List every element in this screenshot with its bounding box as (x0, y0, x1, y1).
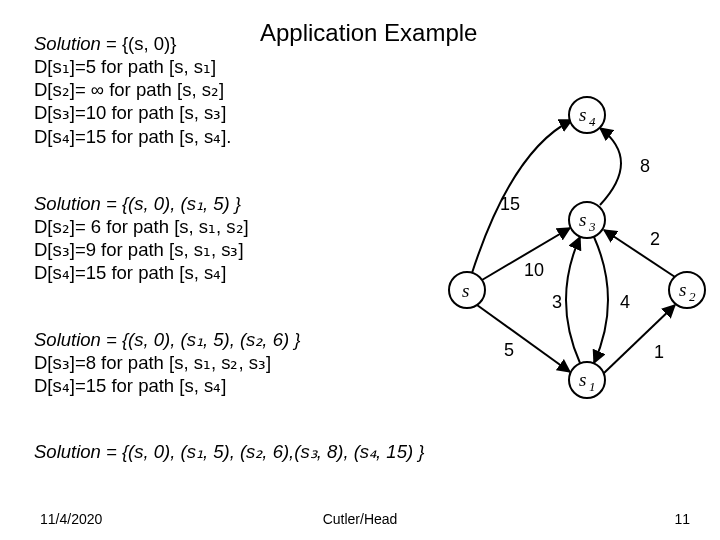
b1-l2: D[s₁]=5 for path [s, s₁] (34, 56, 216, 77)
footer-center: Cutler/Head (0, 511, 720, 529)
node-s3-sub: 3 (588, 219, 596, 234)
b1-l4: D[s₃]=10 for path [s, s₃] (34, 102, 226, 123)
node-s1-sub: 1 (589, 379, 596, 394)
b3-l3: D[s₄]=15 for path [s, s₄] (34, 375, 226, 396)
node-s4-label: s (579, 104, 586, 125)
edge-label-8: 8 (640, 156, 650, 176)
b4-l1: Solution = {(s, 0), (s₁, 5), (s₂, 6),(s₃… (34, 441, 424, 462)
edge-label-5: 5 (504, 340, 514, 360)
edge-s-s4 (472, 120, 572, 273)
b1-sol-word: Solution (34, 33, 101, 54)
node-s4 (569, 97, 605, 133)
edge-label-15: 15 (500, 194, 520, 214)
node-s3-label: s (579, 209, 586, 230)
block-4: Solution = {(s, 0), (s₁, 5), (s₂, 6),(s₃… (34, 440, 424, 463)
edge-label-2: 2 (650, 229, 660, 249)
slide-title: Application Example (260, 18, 477, 48)
edge-s3-s1-right (594, 237, 608, 363)
edge-s2-s3 (604, 230, 675, 277)
b3-l2: D[s₃]=8 for path [s, s₁, s₂, s₃] (34, 352, 271, 373)
b2-l3: D[s₃]=9 for path [s, s₁, s₃] (34, 239, 244, 260)
node-s2-sub: 2 (689, 289, 696, 304)
b1-sol-rest: = {(s, 0)} (101, 33, 177, 54)
block-1: Solution = {(s, 0)} D[s₁]=5 for path [s,… (34, 32, 232, 148)
b3-l1: Solution = {(s, 0), (s₁, 5), (s₂, 6) } (34, 329, 300, 350)
edge-label-3: 3 (552, 292, 562, 312)
b2-l4: D[s₄]=15 for path [s, s₄] (34, 262, 226, 283)
edge-s3-s4-right (600, 128, 621, 205)
node-s2-label: s (679, 279, 686, 300)
node-s4-sub: 4 (589, 114, 596, 129)
b1-l3: D[s₂]= ∞ for path [s, s₂] (34, 79, 224, 100)
edge-label-1: 1 (654, 342, 664, 362)
node-s-label: s (462, 280, 469, 301)
block-2: Solution = {(s, 0), (s₁, 5) } D[s₂]= 6 f… (34, 192, 249, 285)
b2-l1: Solution = {(s, 0), (s₁, 5) } (34, 193, 241, 214)
edge-s-s1 (477, 305, 570, 372)
graph: 15 8 2 10 3 4 5 1 s s 1 s 2 s 3 (432, 90, 712, 400)
b1-l5: D[s₄]=15 for path [s, s₄]. (34, 126, 232, 147)
edge-s1-s2 (604, 305, 675, 373)
node-s3 (569, 202, 605, 238)
node-s1-label: s (579, 369, 586, 390)
edge-label-4: 4 (620, 292, 630, 312)
edge-s1-s3-left (566, 237, 580, 363)
slide-root: Application Example Solution = {(s, 0)} … (0, 0, 720, 540)
footer-page: 11 (674, 511, 690, 529)
block-3: Solution = {(s, 0), (s₁, 5), (s₂, 6) } D… (34, 328, 300, 397)
node-s2 (669, 272, 705, 308)
edge-label-10: 10 (524, 260, 544, 280)
node-s1 (569, 362, 605, 398)
b2-l2: D[s₂]= 6 for path [s, s₁, s₂] (34, 216, 249, 237)
